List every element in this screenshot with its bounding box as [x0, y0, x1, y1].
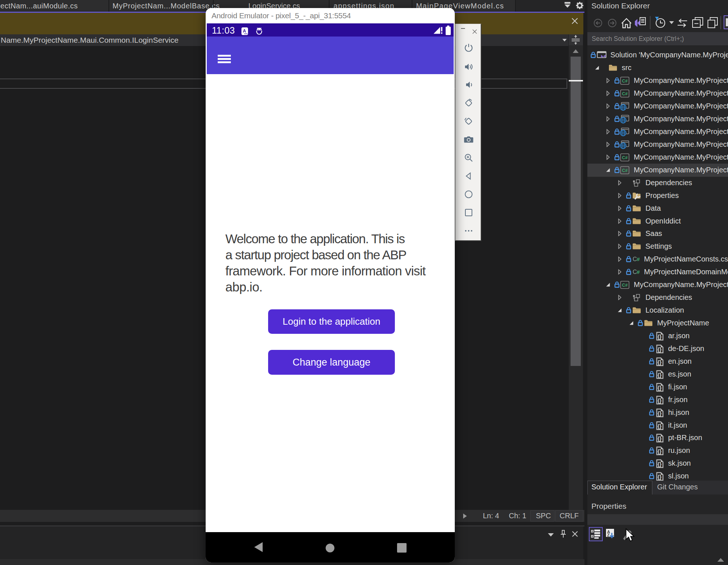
svg-text:{}: {}: [658, 411, 662, 416]
svg-text:C#: C#: [622, 79, 628, 84]
svg-text:{}: {}: [658, 385, 662, 391]
svg-text:{}: {}: [658, 359, 662, 365]
svg-text:#: #: [637, 269, 640, 275]
svg-text:#: #: [637, 256, 640, 262]
svg-text:Z: Z: [607, 533, 610, 537]
svg-text:C#: C#: [622, 155, 628, 160]
svg-text:C: C: [633, 269, 637, 275]
svg-text:{}: {}: [658, 448, 662, 454]
svg-text:{}: {}: [658, 398, 662, 404]
svg-text:{}: {}: [658, 423, 662, 429]
svg-text:{}: {}: [658, 461, 662, 467]
svg-text:{}: {}: [658, 372, 662, 378]
svg-text:A: A: [243, 28, 246, 34]
svg-text:{}: {}: [658, 474, 662, 480]
svg-text:C#: C#: [622, 168, 628, 173]
svg-text:{}: {}: [658, 436, 662, 442]
svg-text:{}: {}: [658, 347, 662, 352]
svg-text:C#: C#: [622, 91, 628, 96]
svg-text:{}: {}: [658, 334, 662, 340]
svg-text:C: C: [633, 256, 637, 262]
svg-text:C#: C#: [622, 283, 628, 288]
